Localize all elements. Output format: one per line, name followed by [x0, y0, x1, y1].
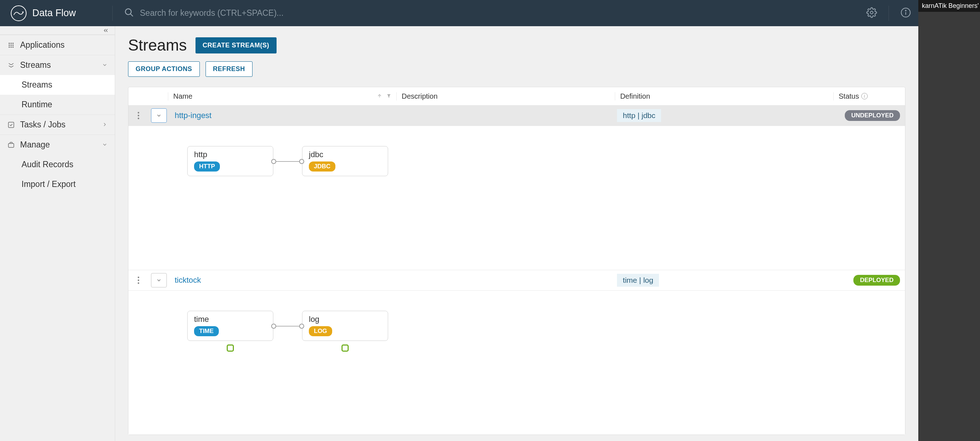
stream-graph[interactable]: httpHTTPjdbcJDBC [129, 126, 905, 270]
sidebar-item-manage[interactable]: Manage [0, 135, 115, 154]
port-in-icon [299, 324, 304, 329]
chevron-down-icon [102, 140, 108, 150]
logo-icon [11, 5, 27, 21]
svg-rect-12 [9, 46, 10, 47]
status-badge: UNDEPLOYED [845, 110, 900, 121]
svg-point-2 [870, 11, 873, 14]
svg-rect-6 [9, 43, 10, 44]
connector [273, 326, 302, 326]
chevron-down-icon [102, 60, 108, 70]
logo-area: Data Flow [11, 5, 112, 21]
tooltip: karnATik Beginners' Les [918, 0, 980, 12]
node-type-badge: JDBC [309, 161, 336, 172]
svg-marker-18 [387, 94, 390, 98]
chevron-right-icon [102, 120, 108, 129]
port-out-icon [271, 324, 276, 329]
sidebar-subitem-import-export[interactable]: Import / Export [0, 174, 115, 194]
stream-icon [7, 62, 15, 69]
svg-point-5 [905, 10, 906, 11]
graph-node[interactable]: httpHTTP [187, 146, 273, 176]
refresh-button[interactable]: REFRESH [205, 61, 253, 77]
graph-node[interactable]: logLOG [302, 311, 388, 341]
sidebar-item-tasks-jobs[interactable]: Tasks / Jobs [0, 115, 115, 135]
node-name: http [194, 150, 267, 159]
svg-line-1 [130, 14, 133, 16]
divider [889, 6, 889, 21]
sidebar-label: Applications [20, 40, 108, 50]
sidebar-item-applications[interactable]: Applications [0, 35, 115, 55]
node-status-indicator [342, 344, 348, 352]
node-name: time [194, 315, 267, 324]
sidebar-label: Tasks / Jobs [20, 120, 97, 129]
node-type-badge: HTTP [194, 161, 220, 172]
svg-rect-8 [13, 43, 14, 44]
stream-row: http-ingest http | jdbc UNDEPLOYED httpH… [129, 105, 905, 270]
graph-node[interactable]: jdbcJDBC [302, 146, 388, 176]
row-actions-button[interactable] [129, 276, 148, 284]
col-name-header[interactable]: Name [173, 92, 192, 100]
search-icon [124, 8, 134, 19]
definition-chip: http | jdbc [617, 109, 661, 122]
app-header: Data Flow [0, 0, 918, 26]
col-definition-header[interactable]: Definition [615, 92, 833, 100]
info-icon[interactable]: i [861, 93, 868, 99]
definition-chip: time | log [617, 274, 659, 287]
sidebar: Applications Streams Streams Runtime Tas… [0, 26, 115, 441]
filter-icon[interactable] [387, 92, 391, 100]
port-out-icon [271, 159, 276, 164]
manage-icon [7, 142, 15, 148]
connector [273, 161, 302, 162]
stream-summary[interactable]: ticktock time | log DEPLOYED [129, 270, 905, 290]
svg-point-19 [137, 112, 139, 113]
settings-icon[interactable] [866, 7, 877, 19]
search-input[interactable] [140, 8, 859, 18]
expand-row-button[interactable] [151, 273, 167, 287]
col-status-header[interactable]: Status [838, 92, 859, 100]
svg-rect-11 [13, 45, 14, 46]
table-header-row: Name Description Definition Status i [129, 87, 905, 105]
sidebar-subitem-runtime[interactable]: Runtime [0, 95, 115, 115]
right-panel: karnATik Beginners' Les [918, 0, 980, 441]
svg-point-23 [137, 280, 139, 281]
node-status-indicator [227, 344, 234, 352]
collapse-sidebar-button[interactable] [0, 26, 115, 35]
divider [112, 6, 113, 21]
svg-rect-15 [9, 122, 14, 127]
stream-row: ticktock time | log DEPLOYED timeTIMElog… [129, 270, 905, 435]
streams-table: Name Description Definition Status i [128, 87, 905, 435]
svg-point-24 [137, 282, 139, 284]
stream-name-link[interactable]: http-ingest [170, 111, 401, 120]
sidebar-item-streams[interactable]: Streams [0, 55, 115, 75]
col-description-header[interactable]: Description [396, 92, 615, 100]
stream-summary[interactable]: http-ingest http | jdbc UNDEPLOYED [129, 105, 905, 126]
stream-graph[interactable]: timeTIMElogLOG [129, 290, 905, 435]
svg-point-22 [137, 277, 139, 278]
row-actions-button[interactable] [129, 111, 148, 119]
stream-name-link[interactable]: ticktock [170, 275, 401, 285]
create-stream-button[interactable]: CREATE STREAM(S) [196, 37, 277, 54]
svg-point-20 [137, 115, 139, 116]
expand-row-button[interactable] [151, 108, 167, 123]
svg-rect-10 [11, 45, 12, 46]
node-type-badge: TIME [194, 326, 219, 336]
node-name: log [309, 315, 381, 324]
group-actions-button[interactable]: GROUP ACTIONS [128, 61, 200, 77]
svg-rect-7 [11, 43, 12, 44]
info-icon[interactable] [900, 7, 911, 19]
svg-rect-13 [11, 46, 12, 47]
tasks-icon [7, 121, 15, 129]
grid-icon [7, 42, 15, 48]
svg-rect-16 [9, 143, 14, 147]
svg-rect-14 [13, 46, 14, 47]
main-content: Streams CREATE STREAM(S) GROUP ACTIONS R… [115, 26, 918, 441]
svg-point-21 [137, 118, 139, 119]
page-title: Streams [128, 36, 187, 54]
sidebar-subitem-audit[interactable]: Audit Records [0, 154, 115, 174]
sidebar-label: Manage [20, 140, 97, 150]
node-type-badge: LOG [309, 326, 332, 336]
sidebar-subitem-streams[interactable]: Streams [0, 75, 115, 95]
sidebar-label: Streams [20, 60, 97, 70]
sort-asc-icon[interactable] [377, 92, 382, 100]
port-in-icon [299, 159, 304, 164]
graph-node[interactable]: timeTIME [187, 311, 273, 341]
